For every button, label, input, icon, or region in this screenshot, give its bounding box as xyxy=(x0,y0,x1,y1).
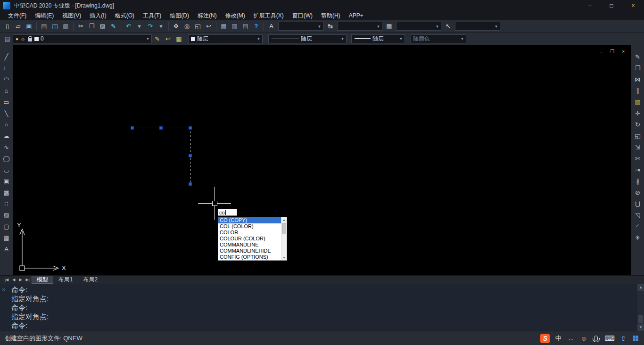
ellipse-arc-button[interactable]: ◡ xyxy=(1,166,12,174)
drawing-close-button[interactable]: × xyxy=(622,49,625,54)
pan-button[interactable]: ✥ xyxy=(171,21,182,32)
properties-palette-button[interactable]: ▤ xyxy=(240,21,251,32)
tab-layout1[interactable]: 布局1 xyxy=(53,276,78,284)
dimension-style-combo[interactable]: ▾ xyxy=(337,22,382,31)
drawing-canvas[interactable]: –❐× co CO (COPY)COL (COLOR)COLORCOLOUR (… xyxy=(13,45,631,275)
rotate-button[interactable]: ↻ xyxy=(633,121,643,129)
grip[interactable] xyxy=(131,126,134,130)
punctuation-icon[interactable]: ，。 xyxy=(567,334,575,343)
text-style-combo[interactable]: ▾ xyxy=(278,22,323,31)
copy-clip-button[interactable]: ❐ xyxy=(86,21,97,32)
fillet-button[interactable]: ◜ xyxy=(633,222,643,230)
layer-states-button[interactable]: ▦ xyxy=(173,33,184,44)
drawing-minimize-button[interactable]: – xyxy=(600,49,603,54)
lineweight-combo[interactable]: 随层 ▾ xyxy=(351,34,405,43)
menu-view[interactable]: 视图(V) xyxy=(58,11,85,20)
arc-button[interactable]: ◠ xyxy=(1,75,12,83)
mleader-style-button[interactable]: ↖ xyxy=(443,21,454,32)
polyline-button[interactable]: ∟ xyxy=(1,64,12,72)
grip[interactable] xyxy=(189,182,192,186)
spline-button[interactable]: ∿ xyxy=(1,143,12,151)
menu-app[interactable]: APP+ xyxy=(345,11,368,20)
plot-button[interactable]: ▤ xyxy=(39,21,50,32)
insert-block-button[interactable]: ▣ xyxy=(1,177,12,185)
keyboard-icon[interactable]: ⌨ xyxy=(604,334,615,343)
copy-button[interactable]: ❐ xyxy=(633,64,643,72)
cut-button[interactable]: ✂ xyxy=(75,21,86,32)
color-option[interactable]: COLOR xyxy=(218,230,281,236)
extend-button[interactable]: ⇥ xyxy=(633,166,643,174)
save-file-button[interactable]: ▣ xyxy=(24,21,34,32)
scroll-down-icon[interactable]: ▼ xyxy=(282,255,286,260)
window-close-button[interactable]: × xyxy=(622,0,644,11)
tab-model[interactable]: 模型 xyxy=(32,276,53,284)
menu-tools[interactable]: 工具(T) xyxy=(139,11,165,20)
scrollbar-thumb[interactable] xyxy=(282,223,286,234)
input-language-icon[interactable]: 中 xyxy=(554,334,562,343)
zoom-window-button[interactable]: ◱ xyxy=(192,21,203,32)
mtext-button[interactable]: A xyxy=(1,245,12,253)
match-properties-button[interactable]: ✎ xyxy=(108,21,119,32)
menu-window[interactable]: 窗口(W) xyxy=(288,11,317,20)
menu-help[interactable]: 帮助(H) xyxy=(317,11,345,20)
grip[interactable] xyxy=(159,126,163,130)
colour-color-option[interactable]: COLOUR (COLOR) xyxy=(218,236,281,242)
zoom-realtime-button[interactable]: ◎ xyxy=(182,21,192,32)
menu-insert[interactable]: 插入(I) xyxy=(85,11,110,20)
redo-dropdown-button[interactable]: ▾ xyxy=(156,21,166,32)
explode-button[interactable]: ✳ xyxy=(633,234,643,242)
region-button[interactable]: ▢ xyxy=(1,222,12,230)
col-color-option[interactable]: COL (COLOR) xyxy=(218,223,281,230)
redo-button[interactable]: ↷ xyxy=(145,21,156,32)
tab-next-button[interactable]: ▶ xyxy=(17,278,24,282)
autocomplete-scrollbar[interactable]: ▲ ▼ xyxy=(281,217,287,260)
break-at-point-button[interactable]: ∦ xyxy=(633,177,643,185)
color-combo[interactable]: 随层 ▾ xyxy=(188,34,263,43)
chamfer-button[interactable]: ◹ xyxy=(633,211,643,219)
commandline-option[interactable]: COMMANDLINE xyxy=(218,242,281,248)
grip[interactable] xyxy=(189,126,192,130)
break-button[interactable]: ⊘ xyxy=(633,189,643,197)
undo-dropdown-button[interactable]: ▾ xyxy=(134,21,145,32)
table-style-combo[interactable]: ▾ xyxy=(396,22,441,31)
menu-format[interactable]: 格式(O) xyxy=(111,11,139,20)
construction-line-button[interactable]: ╲ xyxy=(1,109,12,117)
toolbox-grid-icon[interactable] xyxy=(632,334,639,343)
menu-file[interactable]: 文件(F) xyxy=(4,11,31,20)
make-object-layer-current-button[interactable]: ✎ xyxy=(152,33,163,44)
zoom-previous-button[interactable]: ↩ xyxy=(203,21,214,32)
emoji-icon[interactable]: ☺ xyxy=(580,334,587,343)
move-button[interactable]: ✛ xyxy=(633,109,643,117)
dimension-style-button[interactable]: ↹ xyxy=(325,21,336,32)
point-button[interactable]: ∷ xyxy=(1,200,12,208)
text-style-button[interactable]: A xyxy=(266,21,277,32)
command-scrollbar[interactable]: ▲ ▼ xyxy=(637,284,644,331)
command-input[interactable]: co xyxy=(218,209,237,216)
offset-button[interactable]: ∥ xyxy=(633,87,643,95)
plot-preview-button[interactable]: ◫ xyxy=(50,21,60,32)
tab-layout2[interactable]: 布局2 xyxy=(78,276,103,284)
mirror-button[interactable]: ⋈ xyxy=(633,75,643,83)
layer-combo[interactable]: ● ☼ 0 ▾ xyxy=(13,34,152,43)
ellipse-button[interactable]: ◯ xyxy=(1,155,12,163)
paste-button[interactable]: ▨ xyxy=(97,21,108,32)
rectangle-button[interactable]: ▭ xyxy=(1,98,12,106)
table-button[interactable]: ▦ xyxy=(1,234,12,242)
scroll-down-icon[interactable]: ▼ xyxy=(637,324,644,331)
scale-button[interactable]: ◱ xyxy=(633,132,643,140)
microphone-icon[interactable] xyxy=(592,334,600,343)
new-file-button[interactable]: ▯ xyxy=(2,21,13,32)
sogou-input-icon[interactable]: S xyxy=(540,334,550,343)
publish-button[interactable]: ▥ xyxy=(60,21,71,32)
menu-modify[interactable]: 修改(M) xyxy=(221,11,249,20)
tab-first-button[interactable]: |◀ xyxy=(3,278,10,282)
join-button[interactable]: ⋃ xyxy=(633,200,643,208)
table-style-button[interactable]: ▦ xyxy=(384,21,395,32)
polygon-button[interactable]: ⌂ xyxy=(1,87,12,95)
make-block-button[interactable]: ▩ xyxy=(1,189,12,197)
commandlinehide-option[interactable]: COMMANDLINEHIDE xyxy=(218,248,281,254)
command-panel-close-button[interactable]: × xyxy=(2,286,6,293)
scroll-up-icon[interactable]: ▲ xyxy=(282,217,286,222)
layer-previous-button[interactable]: ↩ xyxy=(163,33,173,44)
mleader-style-combo[interactable]: ▾ xyxy=(455,22,500,31)
